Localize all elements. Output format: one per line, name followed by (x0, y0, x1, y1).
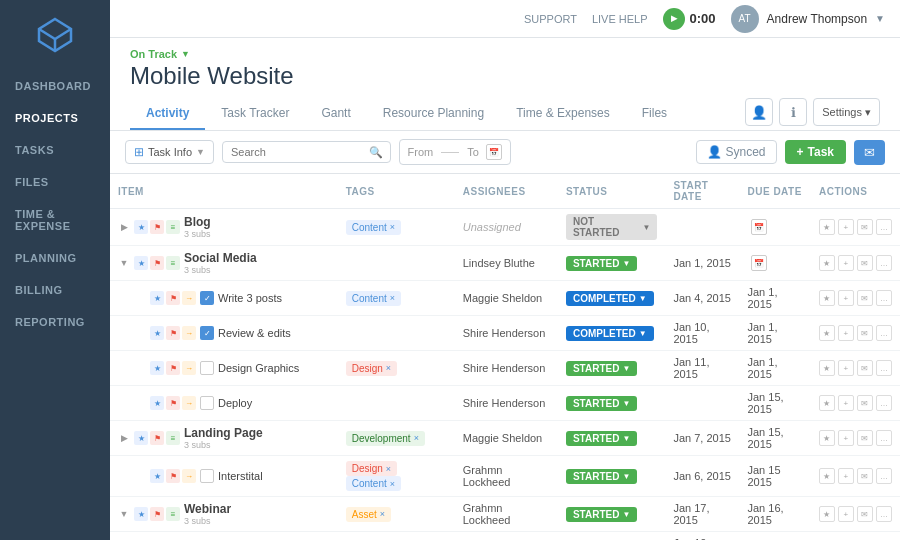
play-button[interactable]: ▶ (663, 8, 685, 30)
action-icon-1[interactable]: ★ (819, 360, 835, 376)
action-icon-3[interactable]: ✉ (857, 506, 873, 522)
action-icon-1[interactable]: ★ (819, 290, 835, 306)
action-icon-2[interactable]: + (838, 325, 854, 341)
checkbox-done-icon[interactable]: ✓ (200, 326, 214, 340)
action-icon-1[interactable]: ★ (819, 325, 835, 341)
flag-icon[interactable]: ⚑ (150, 431, 164, 445)
sidebar-item-time-expense[interactable]: TIME & EXPENSE (0, 198, 110, 242)
tag-close-icon[interactable]: × (390, 222, 395, 232)
star-icon[interactable]: ★ (150, 396, 164, 410)
status-badge[interactable]: NOT STARTED ▼ (566, 214, 657, 240)
action-icon-3[interactable]: ✉ (857, 325, 873, 341)
flag-icon[interactable]: ⚑ (166, 361, 180, 375)
flag-icon[interactable]: ⚑ (150, 220, 164, 234)
action-icon-4[interactable]: … (876, 325, 892, 341)
members-icon[interactable]: 👤 (745, 98, 773, 126)
tag-close-icon[interactable]: × (386, 363, 391, 373)
checkbox-done-icon[interactable]: ✓ (200, 291, 214, 305)
action-icon-2[interactable]: + (838, 360, 854, 376)
tab-gantt[interactable]: Gantt (305, 98, 366, 130)
status-badge[interactable]: COMPLETED ▼ (566, 326, 654, 341)
action-icon-4[interactable]: … (876, 506, 892, 522)
action-icon-2[interactable]: + (838, 395, 854, 411)
action-icon-3[interactable]: ✉ (857, 290, 873, 306)
sidebar-item-planning[interactable]: PLANNING (0, 242, 110, 274)
action-icon-3[interactable]: ✉ (857, 468, 873, 484)
action-icon-2[interactable]: + (838, 506, 854, 522)
action-icon-2[interactable]: + (838, 430, 854, 446)
star-icon[interactable]: ★ (134, 220, 148, 234)
sidebar-item-files[interactable]: FILES (0, 166, 110, 198)
project-status[interactable]: On Track ▼ (130, 48, 880, 60)
collapse-button[interactable]: ▼ (118, 257, 130, 269)
action-icon-2[interactable]: + (838, 290, 854, 306)
action-icon-4[interactable]: … (876, 430, 892, 446)
tab-files[interactable]: Files (626, 98, 683, 130)
flag-icon[interactable]: ⚑ (166, 396, 180, 410)
date-from[interactable]: From To 📅 (399, 139, 511, 165)
user-menu[interactable]: AT Andrew Thompson ▼ (731, 5, 885, 33)
action-icon-3[interactable]: ✉ (857, 255, 873, 271)
action-icon-1[interactable]: ★ (819, 395, 835, 411)
action-icon-2[interactable]: + (838, 219, 854, 235)
star-icon[interactable]: ★ (150, 326, 164, 340)
flag-icon[interactable]: ⚑ (166, 469, 180, 483)
support-link[interactable]: SUPPORT (524, 13, 577, 25)
filter-dropdown[interactable]: ⊞ Task Info ▼ (125, 140, 214, 164)
status-badge[interactable]: STARTED ▼ (566, 256, 637, 271)
expand-button[interactable]: ▶ (118, 221, 130, 233)
star-icon[interactable]: ★ (150, 291, 164, 305)
action-icon-1[interactable]: ★ (819, 468, 835, 484)
tag-close-icon[interactable]: × (414, 433, 419, 443)
sidebar-item-projects[interactable]: PROJECTS (0, 102, 110, 134)
status-badge[interactable]: STARTED ▼ (566, 469, 637, 484)
action-icon-1[interactable]: ★ (819, 219, 835, 235)
sidebar-item-reporting[interactable]: REPORTING (0, 306, 110, 338)
tab-activity[interactable]: Activity (130, 98, 205, 130)
action-icon-3[interactable]: ✉ (857, 430, 873, 446)
live-help-link[interactable]: LIVE HELP (592, 13, 648, 25)
tag-close-icon[interactable]: × (390, 293, 395, 303)
flag-icon[interactable]: ⚑ (166, 326, 180, 340)
action-icon-1[interactable]: ★ (819, 255, 835, 271)
collapse-button[interactable]: ▼ (118, 508, 130, 520)
action-icon-4[interactable]: … (876, 255, 892, 271)
status-badge[interactable]: COMPLETED ▼ (566, 291, 654, 306)
action-icon-2[interactable]: + (838, 255, 854, 271)
action-icon-4[interactable]: … (876, 360, 892, 376)
action-icon-3[interactable]: ✉ (857, 219, 873, 235)
info-icon[interactable]: ℹ (779, 98, 807, 126)
tag-close-icon[interactable]: × (390, 479, 395, 489)
inbox-button[interactable]: ✉ (854, 140, 885, 165)
checkbox-empty[interactable] (200, 469, 214, 483)
star-icon[interactable]: ★ (150, 361, 164, 375)
settings-button[interactable]: Settings ▾ (813, 98, 880, 126)
status-badge[interactable]: STARTED ▼ (566, 361, 637, 376)
action-icon-4[interactable]: … (876, 290, 892, 306)
checkbox-empty[interactable] (200, 361, 214, 375)
sidebar-item-tasks[interactable]: TASKS (0, 134, 110, 166)
search-input[interactable] (222, 141, 391, 163)
action-icon-4[interactable]: … (876, 395, 892, 411)
star-icon[interactable]: ★ (134, 431, 148, 445)
flag-icon[interactable]: ⚑ (166, 291, 180, 305)
star-icon[interactable]: ★ (150, 469, 164, 483)
action-icon-2[interactable]: + (838, 468, 854, 484)
sidebar-item-billing[interactable]: BILLING (0, 274, 110, 306)
synced-button[interactable]: 👤 Synced (696, 140, 777, 164)
action-icon-4[interactable]: … (876, 219, 892, 235)
due-date-calendar-icon[interactable]: 📅 (751, 255, 767, 271)
tab-task-tracker[interactable]: Task Tracker (205, 98, 305, 130)
action-icon-4[interactable]: … (876, 468, 892, 484)
action-icon-1[interactable]: ★ (819, 506, 835, 522)
status-badge[interactable]: STARTED ▼ (566, 431, 637, 446)
status-badge[interactable]: STARTED ▼ (566, 507, 637, 522)
action-icon-1[interactable]: ★ (819, 430, 835, 446)
due-date-calendar-icon[interactable]: 📅 (751, 219, 767, 235)
add-task-button[interactable]: + Task (785, 140, 846, 164)
star-icon[interactable]: ★ (134, 507, 148, 521)
expand-button[interactable]: ▶ (118, 432, 130, 444)
flag-icon[interactable]: ⚑ (150, 256, 164, 270)
sidebar-item-dashboard[interactable]: DASHBOARD (0, 70, 110, 102)
status-badge[interactable]: STARTED ▼ (566, 396, 637, 411)
